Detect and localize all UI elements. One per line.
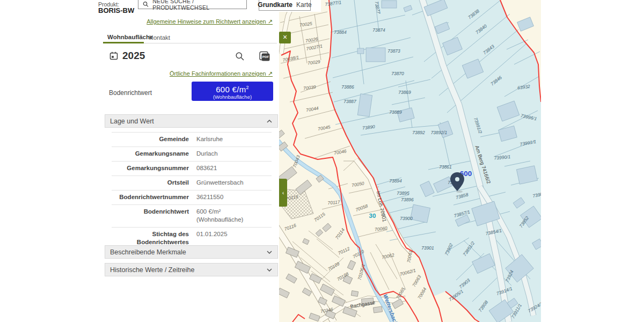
svg-text:PDF: PDF (262, 55, 269, 58)
accordion-beschreibende-merkmale[interactable]: Beschreibende Merkmale (105, 245, 278, 259)
table-row-label: Gemeinde (112, 135, 189, 143)
lage-und-wert-table: GemeindeKarlsruheGemarkungsnameDurlachGe… (112, 132, 272, 250)
parcel-label: 73894 (389, 178, 402, 184)
parcel-label: 73892 (412, 130, 425, 135)
parcel-label: 73874 (372, 27, 385, 33)
parcel-label: 73884 (334, 30, 347, 35)
calendar-icon (109, 51, 119, 61)
table-row-label: Ortsteil (112, 179, 189, 187)
tab-wohnbauflaeche[interactable]: Wohnbaufläche (107, 34, 153, 40)
pdf-export-icon[interactable]: PDF (259, 51, 271, 62)
year-selector[interactable]: 2025 (122, 50, 145, 62)
map-canvas[interactable]: 73877/1738777388473874738737387073838738… (279, 0, 541, 322)
table-row: Bodenrichtwert600 €/m² (Wohnbaufläche) (112, 205, 272, 228)
general-hints-link[interactable]: Allgemeine Hinweise zum Richtwert anzeig… (147, 18, 273, 25)
chevron-left-icon: ‹ (282, 189, 284, 196)
parcel-label: 73896 (401, 197, 414, 202)
table-row: GemeindeKarlsruhe (112, 132, 272, 147)
table-row-label: Stichtag des Bodenrichtwertes (112, 230, 189, 246)
brw-value-label: 30 (369, 213, 376, 219)
parcel-label: 73900 (400, 216, 413, 221)
active-tab-underline (103, 42, 144, 43)
brw-note: (Wohnbaufläche) (213, 94, 252, 100)
accordion-label: Beschreibende Merkmale (110, 248, 186, 256)
new-search-label: NEUE SUCHE / PRODUKTWECHSEL (152, 0, 246, 11)
parcel-label: 73895 (397, 191, 409, 196)
accordion-label: Lage und Wert (110, 118, 154, 125)
accordion-label: Historische Werte / Zeitreihe (110, 266, 194, 274)
table-row-label: Bodenrichtwertnummer (112, 193, 189, 201)
brw-value: 600 €/m (216, 85, 246, 94)
table-row: GemarkungsnameDurlach (112, 147, 272, 162)
parcel-label: 73889 (389, 109, 402, 115)
table-row-value: 600 €/m² (Wohnbaufläche) (196, 208, 272, 224)
brw-sup: 2 (246, 85, 249, 90)
table-row-value: Grünwettersbach (196, 179, 272, 187)
bodenrichtwert-value-button[interactable]: 600 €/m2 (Wohnbaufläche) (192, 82, 273, 101)
table-row-value: 01.01.2025 (196, 230, 272, 246)
table-row-value: Karlsruhe (196, 135, 272, 143)
table-row: Bodenrichtwertnummer36211550 (112, 191, 272, 205)
accordion-historische-werte[interactable]: Historische Werte / Zeitreihe (105, 263, 278, 276)
parcel-label: 73886 (341, 84, 354, 90)
chevron-down-icon (267, 268, 272, 272)
bodenrichtwert-label: Bodenrichtwert (109, 89, 152, 97)
basemap-karte[interactable]: Karte (296, 1, 312, 9)
product-name: BORIS-BW (98, 6, 134, 14)
parcel-label: 73870 (391, 71, 404, 76)
local-info-link[interactable]: Örtliche Fachinformationen anzeigen ↗ (170, 70, 273, 77)
chevron-up-icon (267, 120, 272, 123)
parcel-label: 73869 (398, 90, 411, 95)
table-row-label: Gemarkungsnummer (112, 164, 189, 172)
chevron-down-icon (267, 251, 272, 254)
close-panel-button[interactable]: × (279, 32, 291, 43)
map-search-icon[interactable] (235, 52, 245, 61)
basemap-switcher[interactable]: Grundkarte Karte (259, 0, 311, 11)
parcel-label: 73892/1 (431, 130, 448, 135)
table-row: OrtsteilGrünwettersbach (112, 176, 272, 191)
parcel-label: 73901 (421, 245, 434, 251)
table-row-label: Gemarkungsname (112, 150, 189, 158)
sidebar-collapse-button[interactable]: ‹ (279, 179, 287, 207)
table-row-value: 36211550 (196, 193, 272, 201)
table-row-value: Durlach (196, 150, 272, 158)
search-icon (143, 1, 149, 8)
close-icon: × (283, 33, 287, 41)
new-search-button[interactable]: NEUE SUCHE / PRODUKTWECHSEL (138, 0, 247, 9)
accordion-lage-und-wert[interactable]: Lage und Wert (105, 114, 278, 128)
basemap-grundkarte[interactable]: Grundkarte (258, 1, 292, 9)
table-row: Gemarkungsnummer083621 (112, 162, 272, 176)
parcel-label: 73861 (439, 164, 452, 170)
table-row-value: 083621 (196, 164, 272, 172)
parcel-label: 70117 (327, 199, 340, 206)
tab-kontakt[interactable]: Kontakt (149, 34, 170, 41)
table-row-label: Bodenrichtwert (112, 208, 189, 224)
parcel-label: 73873 (387, 48, 400, 54)
parcel-label: 73887 (343, 99, 356, 104)
